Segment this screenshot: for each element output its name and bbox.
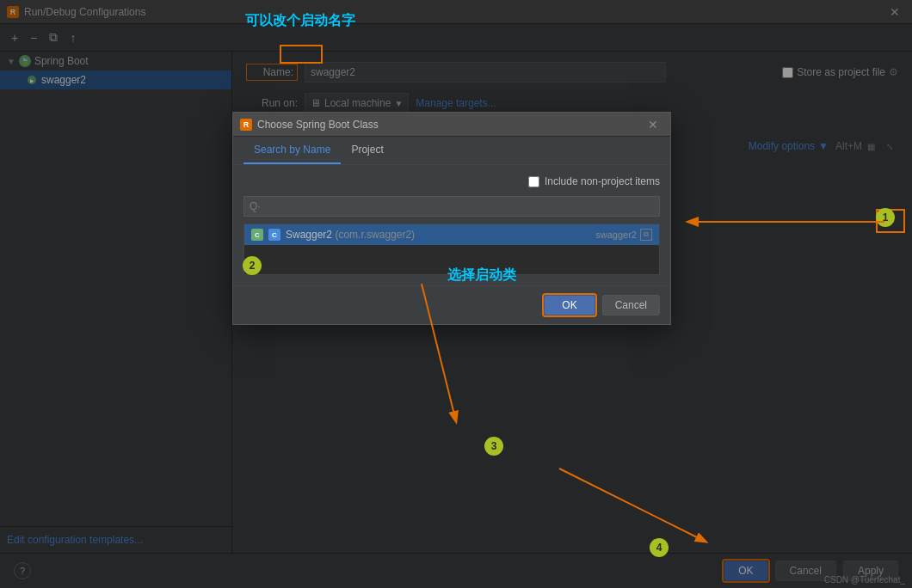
result-item-right: swagger2 ⧉ (595, 229, 652, 241)
tab-search-by-name[interactable]: Search by Name (243, 137, 341, 164)
modal-app-icon: R (240, 119, 252, 131)
search-row (243, 196, 660, 217)
result-project-name: swagger2 (595, 230, 637, 240)
class-package: (com.r.swagger2) (335, 229, 415, 241)
class-result-list: C C Swagger2 (com.r.swagger2) swagger2 ⧉ (243, 224, 660, 275)
annotation-circle-1: 1 (876, 208, 895, 227)
class-search-input[interactable] (243, 196, 660, 217)
modal-title-bar: R Choose Spring Boot Class ✕ (233, 113, 670, 137)
modal-ok-button[interactable]: OK (544, 295, 595, 315)
modal-tabs: Search by Name Project (233, 137, 670, 165)
modal-overlay: R Choose Spring Boot Class ✕ Search by N… (0, 0, 912, 588)
include-non-project-row: Include non-project items (243, 175, 660, 187)
tab-project[interactable]: Project (341, 137, 393, 164)
modal-footer: OK Cancel (233, 285, 670, 324)
modal-cancel-button[interactable]: Cancel (602, 295, 660, 315)
copy-path-icon[interactable]: ⧉ (640, 229, 652, 241)
modal-body: Include non-project items C C Swagger2 (233, 165, 670, 285)
modal-title-left: R Choose Spring Boot Class (240, 119, 379, 131)
class-c-icon: C (268, 229, 280, 241)
class-result-name: Swagger2 (com.r.swagger2) (286, 229, 415, 241)
annotation-circle-4: 4 (650, 538, 669, 557)
class-result-item[interactable]: C C Swagger2 (com.r.swagger2) swagger2 ⧉ (244, 224, 659, 245)
class-spring-icon: C (251, 229, 263, 241)
annotation-circle-3: 3 (484, 437, 503, 456)
choose-class-dialog: R Choose Spring Boot Class ✕ Search by N… (232, 112, 671, 325)
modal-close-button[interactable]: ✕ (643, 116, 663, 133)
include-non-project-checkbox[interactable] (528, 176, 539, 187)
include-non-project-label: Include non-project items (545, 175, 660, 187)
main-window: R Run/Debug Configurations ✕ + − ⧉ ↑ ▼ 🍃… (0, 0, 912, 588)
annotation-circle-2: 2 (243, 256, 262, 275)
result-item-left: C C Swagger2 (com.r.swagger2) (251, 229, 415, 241)
modal-title-text: Choose Spring Boot Class (257, 119, 379, 131)
